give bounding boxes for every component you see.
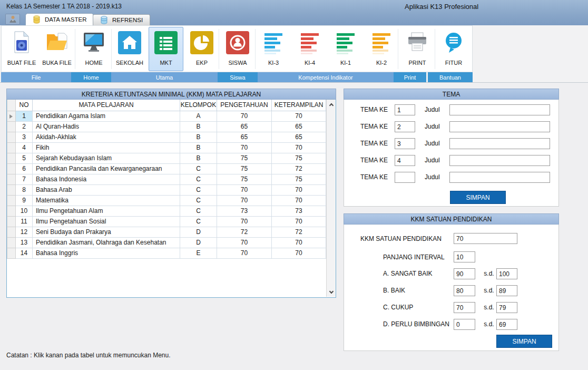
cell-pengetahuan[interactable]: 75	[217, 174, 272, 184]
cell-kelompok[interactable]: B	[180, 132, 217, 142]
tema-ke-input[interactable]	[395, 104, 415, 115]
ribbon-button-home[interactable]: HOME	[76, 27, 111, 71]
table-row[interactable]: 10 Ilmu Pengetahuan Alam C 73 73	[7, 206, 326, 216]
grade-to-input[interactable]	[496, 285, 517, 296]
cell-kelompok[interactable]: B	[180, 153, 217, 163]
cell-keterampilan[interactable]: 70	[272, 142, 326, 153]
cell-mata-pelajaran[interactable]: Bahasa Arab	[33, 184, 180, 195]
table-row[interactable]: 12 Seni Budaya dan Prakarya D 72 72	[7, 227, 326, 237]
tema-ke-input[interactable]	[395, 138, 415, 149]
cell-pengetahuan[interactable]: 70	[217, 216, 272, 227]
cell-mata-pelajaran[interactable]: Pendidikan Agama Islam	[33, 111, 180, 121]
judul-input[interactable]	[449, 138, 550, 149]
table-row[interactable]: 5 Sejarah Kebudayaan Islam B 75 75	[7, 153, 326, 163]
cell-no[interactable]: 1	[16, 111, 33, 121]
ribbon-button-ekp[interactable]: EKP	[184, 27, 219, 71]
cell-pengetahuan[interactable]: 70	[217, 142, 272, 153]
col-header-keterampilan[interactable]: KETERAMPILAN	[272, 100, 326, 111]
cell-pengetahuan[interactable]: 75	[217, 153, 272, 163]
cell-kelompok[interactable]: A	[180, 111, 217, 121]
table-row[interactable]: 13 Pendidikan Jasmani, Olahraga dan Kese…	[7, 237, 326, 248]
tema-ke-input[interactable]	[395, 155, 415, 166]
cell-mata-pelajaran[interactable]: Bahasa Inggris	[33, 248, 180, 258]
tema-ke-input[interactable]	[395, 172, 415, 183]
cell-kelompok[interactable]: D	[180, 227, 217, 237]
cell-kelompok[interactable]: C	[180, 206, 217, 216]
cell-no[interactable]: 13	[16, 237, 33, 248]
judul-input[interactable]	[449, 104, 550, 115]
table-row[interactable]: 4 Fikih B 70 70	[7, 142, 326, 153]
cell-no[interactable]: 10	[16, 206, 33, 216]
table-row[interactable]: 8 Bahasa Arab C 70 70	[7, 184, 326, 195]
cell-no[interactable]: 5	[16, 153, 33, 163]
cell-no[interactable]: 7	[16, 174, 33, 184]
cell-mata-pelajaran[interactable]: Akidah-Akhlak	[33, 132, 180, 142]
cell-mata-pelajaran[interactable]: Fikih	[33, 142, 180, 153]
cell-kelompok[interactable]: B	[180, 121, 217, 132]
tema-ke-input[interactable]	[395, 121, 415, 132]
grade-from-input[interactable]	[454, 319, 475, 330]
cell-pengetahuan[interactable]: 70	[217, 195, 272, 206]
judul-input[interactable]	[449, 121, 550, 132]
cell-kelompok[interactable]: E	[180, 248, 217, 258]
cell-kelompok[interactable]: C	[180, 195, 217, 206]
ribbon-button-siswa[interactable]: SISWA	[220, 27, 255, 71]
table-row[interactable]: 11 Ilmu Pengetahuan Sosial C 70 70	[7, 216, 326, 227]
cell-pengetahuan[interactable]: 70	[217, 248, 272, 258]
table-row[interactable]: 2 Al Quran-Hadis B 65 65	[7, 121, 326, 132]
cell-pengetahuan[interactable]: 70	[217, 184, 272, 195]
cell-no[interactable]: 3	[16, 132, 33, 142]
table-row[interactable]: 9 Matematika C 70 70	[7, 195, 326, 206]
kkm-satuan-input[interactable]	[454, 233, 517, 244]
tab-refrensi[interactable]: REFRENSI	[93, 14, 150, 25]
ribbon-button-print[interactable]: PRINT	[400, 27, 435, 71]
cell-no[interactable]: 4	[16, 142, 33, 153]
kkm-simpan-button[interactable]: SIMPAN	[496, 335, 552, 348]
scroll-down-button[interactable]	[327, 288, 336, 297]
grade-from-input[interactable]	[454, 302, 475, 313]
cell-mata-pelajaran[interactable]: Ilmu Pengetahuan Alam	[33, 206, 180, 216]
scroll-up-button[interactable]	[327, 100, 336, 109]
cell-pengetahuan[interactable]: 73	[217, 206, 272, 216]
cell-keterampilan[interactable]: 70	[272, 248, 326, 258]
cell-mata-pelajaran[interactable]: Pendidikan Jasmani, Olahraga dan Kesehat…	[33, 237, 180, 248]
cell-kelompok[interactable]: C	[180, 216, 217, 227]
cell-no[interactable]: 9	[16, 195, 33, 206]
cell-keterampilan[interactable]: 72	[272, 227, 326, 237]
cell-kelompok[interactable]: C	[180, 163, 217, 174]
cell-keterampilan[interactable]: 75	[272, 153, 326, 163]
cell-no[interactable]: 8	[16, 184, 33, 195]
cell-pengetahuan[interactable]: 70	[217, 111, 272, 121]
cell-pengetahuan[interactable]: 70	[217, 237, 272, 248]
panjang-interval-input[interactable]	[454, 251, 475, 262]
cell-keterampilan[interactable]: 73	[272, 206, 326, 216]
cell-kelompok[interactable]: C	[180, 174, 217, 184]
cell-no[interactable]: 2	[16, 121, 33, 132]
cell-no[interactable]: 6	[16, 163, 33, 174]
grade-to-input[interactable]	[496, 319, 517, 330]
cell-mata-pelajaran[interactable]: Sejarah Kebudayaan Islam	[33, 153, 180, 163]
cell-keterampilan[interactable]: 72	[272, 163, 326, 174]
cell-pengetahuan[interactable]: 65	[217, 121, 272, 132]
cell-mata-pelajaran[interactable]: Bahasa Indonesia	[33, 174, 180, 184]
table-row[interactable]: 1 Pendidikan Agama Islam A 70 70	[7, 111, 326, 121]
cell-pengetahuan[interactable]: 75	[217, 163, 272, 174]
tab-data-master[interactable]: DATA MASTER	[25, 13, 94, 25]
tema-simpan-button[interactable]: SIMPAN	[450, 191, 506, 204]
cell-no[interactable]: 12	[16, 227, 33, 237]
cell-pengetahuan[interactable]: 65	[217, 132, 272, 142]
table-row[interactable]: 6 Pendidikan Pancasila dan Kewarganegara…	[7, 163, 326, 174]
cell-keterampilan[interactable]: 70	[272, 237, 326, 248]
ribbon-button-buat-file[interactable]: BUAT FILE	[4, 27, 39, 71]
cell-no[interactable]: 14	[16, 248, 33, 258]
ribbon-button-ki1[interactable]: KI-1	[328, 27, 363, 71]
cell-kelompok[interactable]: C	[180, 184, 217, 195]
col-header-no[interactable]: NO	[16, 100, 33, 111]
cell-no[interactable]: 11	[16, 216, 33, 227]
table-row[interactable]: 14 Bahasa Inggris E 70 70	[7, 248, 326, 258]
table-row[interactable]: 7 Bahasa Indonesia C 75 75	[7, 174, 326, 184]
judul-input[interactable]	[449, 172, 550, 183]
cell-mata-pelajaran[interactable]: Al Quran-Hadis	[33, 121, 180, 132]
cell-kelompok[interactable]: B	[180, 142, 217, 153]
cell-keterampilan[interactable]: 70	[272, 216, 326, 227]
